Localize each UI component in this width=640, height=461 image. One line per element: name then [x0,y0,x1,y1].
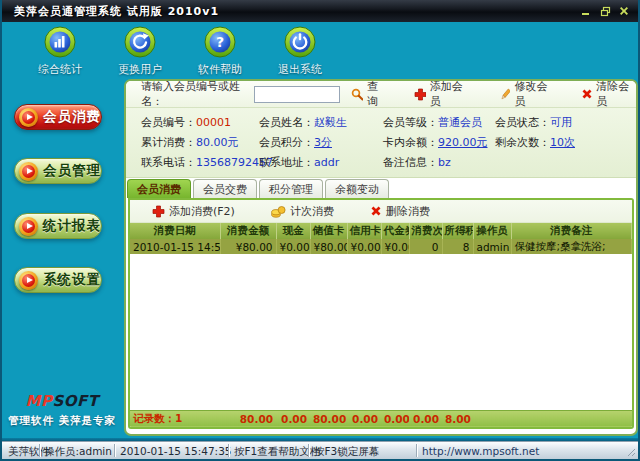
clear-member-label: 清除会员 [596,79,636,109]
count-consume-button[interactable]: 计次消费 [271,204,334,219]
resize-grip[interactable] [627,448,636,457]
cell-cash: ¥0.00 [276,239,310,254]
edit-member-button[interactable]: 修改会员 [499,79,555,109]
record-count-value: 1 [175,412,182,424]
sidebar-item-member-consume[interactable]: 会员消费 [14,104,102,130]
note-field: 备注信息：bz [383,155,495,175]
stats-label: 综合统计 [38,62,82,77]
sidebar-item-label: 系统设置 [43,271,101,289]
sidebar-item-label: 统计报表 [43,217,101,235]
col-consume-note[interactable]: 消费备注 [511,223,632,239]
record-count: 记录数：1 [130,410,220,427]
member-status-field: 会员状态：可用 [495,115,636,135]
tab-points-manage[interactable]: 积分管理 [259,179,323,198]
member-name-field: 会员姓名：赵毅生 [259,115,383,135]
col-operator[interactable]: 操作员 [473,223,511,239]
pencil-icon [499,88,511,101]
address-value: addr [314,156,339,169]
status-bar: 美萍软件 操作员:admin 2010-01-15 15:47:35 按F1查看… [2,441,638,459]
clear-member-button[interactable]: 清除会员 [581,79,636,109]
minimize-button[interactable] [580,5,592,17]
note-label: 备注信息： [383,156,438,169]
col-consume-times[interactable]: 消费次数 [409,223,442,239]
card-balance-label: 卡内余额： [383,136,438,149]
add-consume-button[interactable]: 添加消费(F2) [152,204,235,219]
member-info-panel: 会员编号：00001 会员姓名：赵毅生 会员等级：普通会员 会员状态：可用 累计… [126,108,636,178]
member-name-label: 会员姓名： [259,116,314,129]
col-points-earned[interactable]: 所得积分 [442,223,473,239]
play-badge-icon [19,271,38,290]
tab-balance-change[interactable]: 余额变动 [325,179,389,198]
col-cash[interactable]: 现金 [276,223,310,239]
col-stored-card[interactable]: 储值卡 [310,223,347,239]
switch-user-icon [123,25,157,59]
exit-label: 退出系统 [278,62,322,77]
svg-text:?: ? [216,34,224,50]
delete-consume-label: 删除消费 [386,204,430,219]
note-value: bz [438,156,451,169]
member-points-field: 会员积分：3分 [259,135,383,155]
cell-consume-times: 0 [409,239,442,254]
consume-tab-content: 添加消费(F2) 计次消费 删除消费 [128,198,634,429]
table-empty-area [130,254,632,410]
switch-user-label: 更换用户 [118,62,162,77]
remaining-times-field: 剩余次数：10次 [495,135,636,155]
restore-icon [600,6,611,17]
member-search-bar: 请输入会员编号或姓名： 查询 添加会员 [126,81,636,108]
delete-consume-button[interactable]: 删除消费 [370,204,430,219]
cell-operator: admin [473,239,511,254]
close-icon [619,6,629,16]
sidebar-item-label: 会员管理 [43,162,101,180]
member-id-field: 会员编号：00001 [141,115,259,135]
logo-soft: SOFT [52,392,98,410]
status-separator [114,444,115,457]
plus-icon [414,88,426,101]
tab-member-payment[interactable]: 会员交费 [193,179,257,198]
help-icon: ? [203,25,237,59]
status-separator [416,444,417,457]
table-header-row: 消费日期 消费金额 现金 储值卡 信用卡 代金券 消费次数 所得积分 操作员 消… [130,223,632,239]
sum-credit-card: 0.00 [347,410,381,427]
col-consume-amount[interactable]: 消费金额 [220,223,276,239]
card-balance-link[interactable]: 920.00元 [438,136,488,149]
play-badge-icon [19,217,38,236]
restore-button[interactable] [599,5,611,17]
member-points-link[interactable]: 3分 [314,136,332,149]
exit-button[interactable]: 退出系统 [260,25,340,77]
help-button[interactable]: ? 软件帮助 [180,25,260,77]
member-search-input[interactable] [254,86,340,103]
consume-table: 消费日期 消费金额 现金 储值卡 信用卡 代金券 消费次数 所得积分 操作员 消… [130,223,632,254]
col-credit-card[interactable]: 信用卡 [347,223,381,239]
tab-member-consume[interactable]: 会员消费 [127,179,191,198]
summary-bar: 记录数：1 80.00 0.00 80.00 0.00 0.00 0.00 8.… [130,410,632,428]
add-member-button[interactable]: 添加会员 [414,79,470,109]
consume-toolbar: 添加消费(F2) 计次消费 删除消费 [130,200,632,223]
summary-row: 记录数：1 80.00 0.00 80.00 0.00 0.00 0.00 8.… [130,410,632,427]
cell-points-earned: 8 [442,239,473,254]
member-level-value: 普通会员 [438,116,482,129]
col-voucher[interactable]: 代金券 [381,223,409,239]
address-field: 联系地址：addr [259,155,383,175]
edit-member-label: 修改会员 [514,79,554,109]
remaining-times-link[interactable]: 10次 [550,136,575,149]
status-separator [228,444,229,457]
top-toolbar: 综合统计 更换用户 ? 软件帮助 [20,25,340,77]
status-operator: 操作员:admin [44,445,112,459]
col-consume-date[interactable]: 消费日期 [130,223,220,239]
status-separator [39,444,40,457]
status-url[interactable]: http://www.mpsoft.net [422,445,539,457]
record-count-label: 记录数： [133,412,175,424]
play-badge-icon [19,108,38,127]
table-row[interactable]: 2010-01-15 14:59:59 ¥80.00 ¥0.00 ¥80.00 … [130,239,632,254]
sidebar-item-system-settings[interactable]: 系统设置 [14,267,102,293]
sidebar-item-stats-report[interactable]: 统计报表 [14,213,102,239]
close-button[interactable] [618,5,630,17]
stats-button[interactable]: 综合统计 [20,25,100,77]
sum-note-empty [511,410,632,427]
sum-cash: 0.00 [276,410,310,427]
query-button[interactable]: 查询 [351,79,387,109]
total-consume-value: 80.00元 [196,136,239,149]
switch-user-button[interactable]: 更换用户 [100,25,180,77]
exit-icon [283,25,317,59]
sidebar-item-member-manage[interactable]: 会员管理 [14,158,102,184]
